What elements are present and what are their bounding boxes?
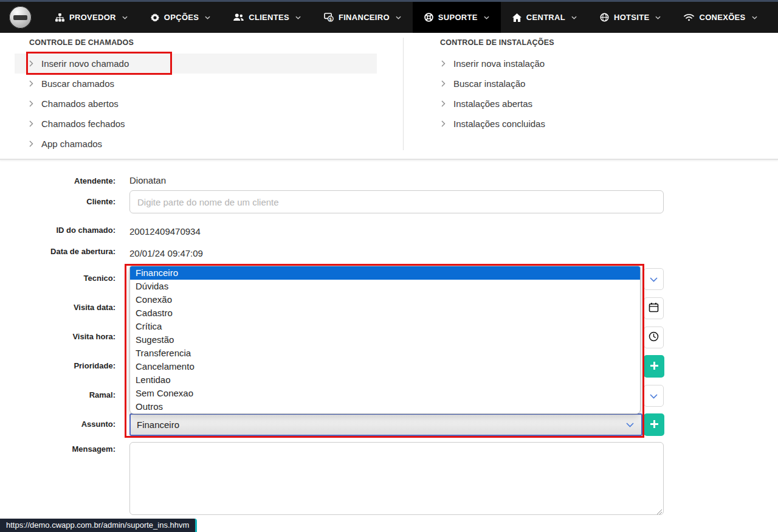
app-logo[interactable]	[9, 6, 32, 29]
option-conexao[interactable]: Conexão	[130, 293, 640, 306]
chevron-down-icon	[571, 16, 577, 19]
menu-column-chamados: CONTROLE DE CHAMADOS Inserir novo chamad…	[15, 37, 377, 154]
option-duvidas[interactable]: Dúvidas	[130, 280, 640, 293]
nav-item-label: PROVEDOR	[69, 13, 116, 22]
menu-item-label: Buscar chamados	[41, 78, 114, 89]
wifi-icon	[684, 13, 694, 21]
menu-item-label: Buscar instalação	[453, 78, 525, 89]
sitemap-icon	[55, 13, 64, 22]
mensagem-textarea[interactable]	[129, 442, 664, 515]
visita-hora-label: Visita hora:	[0, 332, 115, 342]
suporte-megamenu: CONTROLE DE CHAMADOS Inserir novo chamad…	[0, 33, 778, 160]
money-icon: $	[324, 13, 334, 22]
assunto-add-button[interactable]	[644, 413, 664, 436]
chevron-right-icon	[441, 100, 446, 107]
assunto-options-list: Financeiro Dúvidas Conexão Cadastro Crít…	[129, 266, 641, 414]
assunto-label: Assunto:	[0, 420, 115, 429]
option-financeiro[interactable]: Financeiro	[130, 266, 640, 280]
menu-column-instalacoes: CONTROLE DE INSTALAÇÕES Inserir nova ins…	[440, 37, 671, 134]
nav-item-label: SUPORTE	[438, 13, 478, 22]
menu-item-buscar-instalacao[interactable]: Buscar instalação	[440, 74, 671, 94]
visita-data-picker-button[interactable]	[644, 297, 664, 319]
svg-text:$: $	[329, 16, 332, 22]
chevron-down-icon	[655, 16, 661, 19]
chevron-down-icon	[650, 390, 658, 401]
option-lentidao[interactable]: Lentidao	[130, 373, 640, 387]
menu-item-label: Chamados fechados	[41, 119, 125, 129]
menu-item-label: Inserir novo chamado	[41, 58, 129, 69]
mensagem-label: Mensagem:	[0, 444, 115, 454]
clock-icon	[649, 331, 659, 344]
menu-item-chamados-fechados[interactable]: Chamados fechados	[15, 114, 377, 134]
chevron-right-icon	[29, 100, 33, 107]
assunto-select[interactable]: Financeiro	[129, 413, 642, 436]
nav-item-provedor[interactable]: PROVEDOR	[44, 2, 139, 33]
menu-item-label: Instalações abertas	[453, 98, 532, 109]
cliente-label: Cliente:	[0, 197, 115, 207]
option-sem-conexao[interactable]: Sem Conexao	[130, 387, 640, 400]
chevron-down-icon	[122, 16, 128, 19]
menu-item-label: Instalações concluidas	[453, 119, 545, 129]
option-outros[interactable]: Outros	[130, 400, 640, 413]
option-cadastro[interactable]: Cadastro	[130, 306, 640, 320]
menu-item-app-chamados[interactable]: App chamados	[15, 134, 377, 154]
menu-item-label: Chamados abertos	[41, 98, 119, 109]
plus-icon	[650, 362, 658, 371]
chevron-down-icon	[484, 16, 489, 19]
menu-item-label: App chamados	[41, 139, 102, 149]
nav-item-clientes[interactable]: CLIENTES	[222, 2, 312, 33]
id-chamado-value: 20012409470934	[129, 226, 201, 238]
nav-item-conexoes[interactable]: CONEXÕES	[672, 2, 768, 33]
tecnico-label: Tecnico:	[0, 274, 115, 283]
atendente-label: Atendente:	[0, 176, 115, 186]
menu-header-instalacoes: CONTROLE DE INSTALAÇÕES	[440, 37, 671, 48]
menu-item-buscar-chamados[interactable]: Buscar chamados	[15, 74, 377, 94]
prioridade-add-button[interactable]	[644, 355, 664, 378]
chevron-right-icon	[29, 80, 33, 87]
menu-divider	[403, 38, 404, 150]
option-sugestao[interactable]: Sugestão	[130, 333, 640, 347]
prioridade-label: Prioridade:	[0, 361, 115, 371]
nav-item-central[interactable]: CENTRAL	[501, 2, 588, 33]
nav-item-suporte[interactable]: SUPORTE	[413, 2, 501, 33]
visita-data-label: Visita data:	[0, 303, 115, 313]
option-transferencia[interactable]: Transferencia	[130, 347, 640, 360]
nav-item-financeiro[interactable]: $ FINANCEIRO	[312, 2, 413, 33]
top-navbar: PROVEDOR OPÇÕES CLIENTES $ FINANCEIRO	[0, 2, 778, 33]
chevron-right-icon	[441, 80, 446, 87]
menu-item-inserir-novo-chamado[interactable]: Inserir novo chamado	[15, 54, 377, 74]
visita-hora-picker-button[interactable]	[644, 326, 664, 348]
chevron-down-icon	[396, 16, 401, 19]
calendar-icon	[649, 302, 659, 315]
chevron-down-icon	[650, 274, 658, 285]
menu-header-chamados: CONTROLE DE CHAMADOS	[15, 37, 377, 48]
nav-item-label: CLIENTES	[249, 13, 289, 22]
menu-item-instalacoes-abertas[interactable]: Instalações abertas	[440, 94, 671, 114]
option-critica[interactable]: Crítica	[130, 320, 640, 333]
tecnico-select-toggle[interactable]	[644, 268, 664, 290]
cliente-input[interactable]	[129, 190, 664, 213]
data-abertura-value: 20/01/24 09:47:09	[129, 247, 203, 260]
menu-item-instalacoes-concluidas[interactable]: Instalações concluidas	[440, 114, 671, 134]
link-status-tooltip: https://demo.cwapp.com.br/admin/suporte_…	[0, 519, 197, 532]
chevron-right-icon	[29, 120, 33, 127]
nav-item-hotsite[interactable]: HOTSITE	[588, 2, 672, 33]
menu-item-chamados-abertos[interactable]: Chamados abertos	[15, 94, 377, 114]
atendente-value: Dionatan	[129, 174, 166, 187]
chevron-right-icon	[29, 140, 33, 147]
life-ring-icon	[424, 13, 433, 22]
ramal-select-toggle[interactable]	[644, 385, 664, 407]
chevron-down-icon	[626, 423, 641, 427]
textarea-resize-grip[interactable]	[655, 506, 663, 514]
option-cancelamento[interactable]: Cancelamento	[130, 360, 640, 373]
chevron-down-icon	[752, 16, 757, 19]
nav-item-label: HOTSITE	[614, 13, 649, 22]
nav-item-label: FINANCEIRO	[339, 13, 390, 22]
globe-icon	[600, 13, 609, 22]
nav-item-opcoes[interactable]: OPÇÕES	[139, 2, 222, 33]
chevron-right-icon	[441, 120, 446, 127]
menu-item-inserir-nova-instalacao[interactable]: Inserir nova instalação	[440, 54, 671, 74]
nav-item-label: CONEXÕES	[699, 13, 745, 22]
users-icon	[233, 13, 244, 21]
gear-icon	[151, 13, 159, 22]
